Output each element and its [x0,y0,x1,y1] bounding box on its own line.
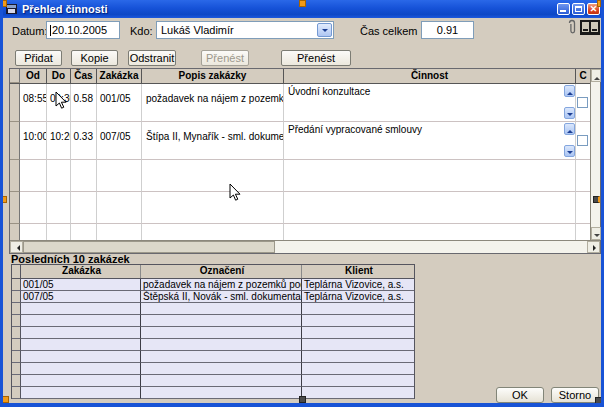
cell-cas[interactable]: 0.33 [71,122,97,160]
table-row-empty[interactable] [10,192,590,224]
cell-klient[interactable]: Teplárna Vizovice, a.s. [302,291,414,303]
cell-do[interactable]: 10:20 [47,122,71,160]
cell-popis[interactable]: Štípa II, Mynařík - sml. dokumentace k [142,122,284,160]
scroll-down-icon[interactable] [591,227,601,240]
ok-button[interactable]: OK [496,387,544,403]
maximize-icon [575,6,582,12]
handle-bottom-left[interactable] [2,396,9,403]
row-selector[interactable] [10,160,20,192]
cell-cinnost[interactable]: Úvodní konzultace [284,84,576,122]
col-popis[interactable]: Popis zakázky [142,69,284,83]
col-oznaceni[interactable]: Označení [141,265,302,278]
activity-table-header: Od Do Čas Zakázka Popis zakázky Činnost … [10,69,590,84]
activity-table: Od Do Čas Zakázka Popis zakázky Činnost … [9,68,601,254]
recent-row-empty[interactable] [12,303,414,315]
handle-bottom-right[interactable] [595,397,602,404]
scroll-up-icon[interactable] [564,123,575,135]
scrollbar-thumb[interactable] [23,241,275,253]
handle-right-middle[interactable] [593,196,600,203]
cell-klient[interactable]: Teplárna Vizovice, a.s. [302,279,414,291]
recent-row-empty[interactable] [12,339,414,351]
chevron-down-icon[interactable] [317,23,332,37]
cas-celkem-label: Čas celkem [360,25,417,37]
cell-od[interactable]: 08:55 [20,84,47,122]
prenest-zakazku-button[interactable]: Přenést zakázku [281,50,351,66]
cell-oznaceni[interactable]: Štěpská II, Novák - sml. dokumentace k i… [141,291,302,303]
recent-row[interactable]: 007/05 Štěpská II, Novák - sml. dokument… [12,291,414,303]
recent-row[interactable]: 001/05 požadavek na nájem z pozemků pod … [12,279,414,291]
cas-celkem-value: 0.91 [437,24,458,36]
kdo-select[interactable]: Lukáš Vladimír [156,21,334,39]
recent-row-empty[interactable] [12,351,414,363]
window-title: Přehled činnosti [22,3,108,15]
row-selector[interactable] [10,84,20,122]
c-checkbox[interactable] [577,97,588,108]
handle-top-middle[interactable] [299,0,306,7]
scroll-right-icon[interactable] [587,241,600,253]
cell-zakazka[interactable]: 007/05 [97,122,142,160]
activity-overview-dialog: Přehled činnosti ✕ Datum: 20.10.2005 Kdo… [0,0,604,407]
col-cinnost[interactable]: Činnost [284,69,576,83]
book-icon[interactable] [580,20,600,35]
recent-row-empty[interactable] [12,363,414,375]
handle-top-left[interactable] [0,0,7,7]
recent-row-empty[interactable] [12,315,414,327]
minimize-button[interactable] [557,3,570,15]
pridat-button[interactable]: Přidat [15,50,62,66]
kdo-label: Kdo: [130,25,153,37]
cell-zakazka[interactable]: 001/05 [97,84,142,122]
scroll-down-icon[interactable] [564,107,575,119]
scroll-up-icon[interactable] [591,69,601,82]
cell-cas[interactable]: 0.58 [71,84,97,122]
scroll-left-icon[interactable] [10,241,23,253]
cell-oznaceni[interactable]: požadavek na nájem z pozemků pod parovod [141,279,302,291]
table-row-empty[interactable] [10,160,590,192]
col-c[interactable]: C [576,69,590,83]
kopie-button[interactable]: Kopie [71,50,118,66]
recent-row-empty[interactable] [12,375,414,387]
row-selector-header [10,69,20,83]
col-zakazka[interactable]: Zakázka [97,69,142,83]
recent-table-header: Zakázka Označení Klient [12,265,414,279]
cell-cinnost[interactable]: Předání vypracované smlouvy [284,122,576,160]
cell-zakazka[interactable]: 007/05 [21,291,141,303]
cell-c [576,84,590,122]
scroll-down-icon[interactable] [564,145,575,157]
horizontal-scrollbar[interactable] [10,240,600,253]
cell-popis[interactable]: požadavek na nájem z pozemků pod pa [142,84,284,122]
col-zakazka[interactable]: Zakázka [21,265,141,278]
datum-value: 20.10.2005 [52,24,107,36]
storno-button[interactable]: Storno [551,387,599,403]
paperclip-icon[interactable] [566,19,578,36]
scroll-up-icon[interactable] [564,85,575,97]
table-row-empty[interactable] [10,224,590,241]
app-icon [6,3,18,15]
handle-bottom-middle[interactable] [299,396,306,403]
cell-zakazka[interactable]: 001/05 [21,279,141,291]
vertical-scrollbar[interactable] [590,69,600,240]
text-caret [50,25,51,36]
cell-od[interactable]: 10:00 [20,122,47,160]
col-do[interactable]: Do [47,69,71,83]
odstranit-button[interactable]: Odstranit [128,50,176,66]
col-klient[interactable]: Klient [302,265,414,278]
handle-top-right[interactable] [597,0,601,7]
row-selector[interactable] [10,224,20,241]
handle-left-middle[interactable] [0,196,7,203]
table-row[interactable]: 08:55 09:30 0.58 001/05 požadavek na náj… [10,84,590,122]
col-od[interactable]: Od [20,69,47,83]
recent-row-empty[interactable] [12,327,414,339]
datum-label: Datum: [12,25,47,37]
maximize-button[interactable] [572,3,585,15]
c-checkbox[interactable] [577,135,588,146]
row-selector[interactable] [10,192,20,224]
cell-do[interactable]: 09:30 [47,84,71,122]
cas-celkem-field[interactable]: 0.91 [421,21,474,39]
cell-c [576,122,590,160]
table-row[interactable]: 10:00 10:20 0.33 007/05 Štípa II, Mynaří… [10,122,590,160]
recent-row-empty[interactable] [12,387,414,399]
row-selector[interactable] [10,122,20,160]
minimize-icon [560,10,566,12]
datum-input[interactable]: 20.10.2005 [46,21,120,39]
col-cas[interactable]: Čas [71,69,97,83]
